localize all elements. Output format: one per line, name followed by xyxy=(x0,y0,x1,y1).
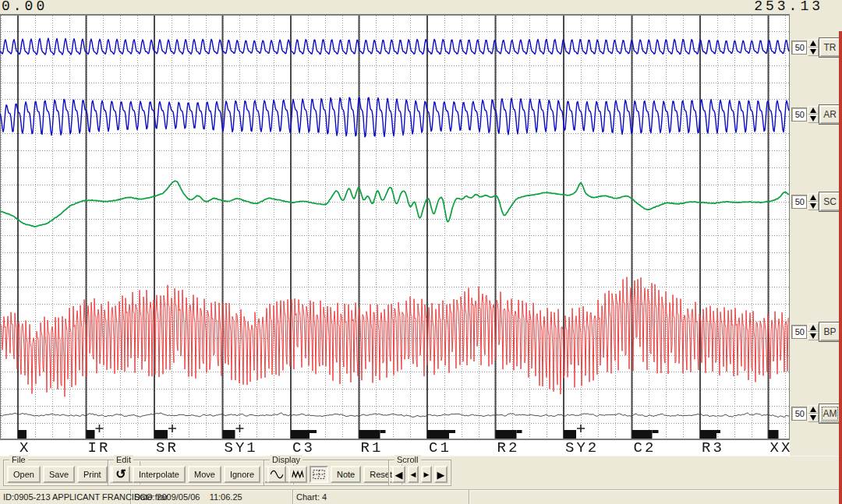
question-label-SY1: SY1 xyxy=(225,440,258,456)
gain-up-button-TR[interactable] xyxy=(808,39,819,48)
interpolate-button[interactable]: Interpolate xyxy=(133,466,186,483)
fast-right-icon: ▶ xyxy=(437,470,445,480)
channel-control-BP: 50BP xyxy=(791,321,840,343)
gain-up-button-BP[interactable] xyxy=(808,323,819,332)
question-label-C1: C1 xyxy=(429,440,451,456)
question-label-IR: IR xyxy=(88,440,111,456)
chart-canvas[interactable] xyxy=(0,14,790,440)
gain-value-AM[interactable]: 50 xyxy=(791,407,807,421)
gain-spinner-BP xyxy=(808,323,819,340)
gain-up-button-SC[interactable] xyxy=(808,193,819,202)
fast-left-icon: ◀ xyxy=(395,470,403,480)
question-label-R3: R3 xyxy=(702,440,724,456)
spin-up-icon xyxy=(810,325,816,330)
question-label-XX: XX xyxy=(770,440,793,456)
gain-value-SC[interactable]: 50 xyxy=(791,195,807,209)
gain-down-button-BP[interactable] xyxy=(808,332,819,340)
question-label-R1: R1 xyxy=(361,440,384,456)
step-right-icon: ▶ xyxy=(424,471,430,478)
status-subject-panel: ID:0905-213 APPLICANT FRANCISCO frar xyxy=(0,490,131,504)
ignore-button[interactable]: Ignore xyxy=(224,466,260,483)
chart-start-time: 0.00 xyxy=(2,0,48,14)
step-left-icon: ◀ xyxy=(411,471,416,478)
spin-up-icon xyxy=(810,195,816,200)
spin-up-icon xyxy=(810,107,816,113)
question-label-R2: R2 xyxy=(497,440,520,456)
scroll-step-right-button[interactable]: ▶ xyxy=(421,466,432,483)
status-date-panel: Date: 2009/05/06 11:06.25 xyxy=(131,490,293,504)
time-ruler: 0.00 253.13 xyxy=(0,0,842,14)
channel-button-TR[interactable]: TR xyxy=(819,38,840,57)
scroll-fast-right-button[interactable]: ▶ xyxy=(434,466,448,483)
single-wave-view-button[interactable] xyxy=(267,466,286,483)
gain-down-button-AM[interactable] xyxy=(808,414,819,422)
question-label-SY2: SY2 xyxy=(565,440,599,456)
spin-down-icon xyxy=(810,333,816,339)
question-label-C2: C2 xyxy=(634,440,656,456)
file-group-label: File xyxy=(9,455,28,464)
channel-control-panel: 50TR50AR50SC50BP50AM xyxy=(790,14,842,456)
scroll-step-left-button[interactable]: ◀ xyxy=(408,466,419,483)
edit-group-label: Edit xyxy=(114,455,133,464)
gain-spinner-AM xyxy=(808,405,819,422)
spin-down-icon xyxy=(810,49,816,55)
window-edge-bar xyxy=(839,31,842,504)
gain-down-button-TR[interactable] xyxy=(808,48,819,56)
gain-up-button-AR[interactable] xyxy=(808,106,819,115)
print-button[interactable]: Print xyxy=(77,466,108,483)
gain-spinner-AR xyxy=(808,106,819,123)
open-button[interactable]: Open xyxy=(7,466,41,483)
channel-button-AM[interactable]: AM xyxy=(819,404,840,423)
save-button[interactable]: Save xyxy=(43,466,75,483)
gain-spinner-TR xyxy=(808,39,819,56)
channel-control-TR: 50TR xyxy=(791,37,840,58)
status-chart-panel: Chart: 4 xyxy=(293,490,469,504)
spin-down-icon xyxy=(810,415,816,421)
compressed-wave-view-button[interactable] xyxy=(288,466,307,483)
date-time-text: Date: 2009/05/06 11:06.25 xyxy=(134,492,242,502)
undo-arrow-icon: ↺ xyxy=(115,469,126,480)
compressed-wave-icon xyxy=(292,470,304,479)
gain-spinner-SC xyxy=(808,193,819,210)
toolbar: File Open Save Print Exit Edit ↺ Interpo… xyxy=(0,456,842,489)
channel-control-AM: 50AM xyxy=(791,403,840,425)
display-group-label: Display xyxy=(270,455,302,464)
channel-button-AR[interactable]: AR xyxy=(819,105,840,124)
undo-button[interactable]: ↺ xyxy=(111,466,130,483)
scroll-group-label: Scroll xyxy=(394,455,421,464)
chart-number-text: Chart: 4 xyxy=(296,492,327,502)
scroll-fast-left-button[interactable]: ◀ xyxy=(392,466,405,483)
gain-up-button-AM[interactable] xyxy=(808,405,819,414)
channel-control-SC: 50SC xyxy=(791,191,840,213)
spin-up-icon xyxy=(810,41,816,46)
gain-down-button-AR[interactable] xyxy=(808,115,819,123)
question-label-strip: XIRSRSY1C3R1C1R2SY2C2R3XX xyxy=(0,440,790,456)
scroll-group: Scroll ◀ ◀ ▶ ▶ xyxy=(388,460,451,486)
status-empty-panel xyxy=(469,490,842,504)
gain-down-button-SC[interactable] xyxy=(808,202,819,210)
grid-view-button[interactable] xyxy=(310,466,328,483)
move-button[interactable]: Move xyxy=(188,466,221,483)
question-label-SR: SR xyxy=(156,440,179,456)
note-button[interactable]: Note xyxy=(331,466,361,483)
channel-button-BP[interactable]: BP xyxy=(819,322,840,341)
chart-end-time: 253.13 xyxy=(754,0,823,14)
gain-value-AR[interactable]: 50 xyxy=(791,107,807,122)
channel-button-SC[interactable]: SC xyxy=(819,192,840,211)
sine-wave-icon xyxy=(271,470,283,479)
question-label-C3: C3 xyxy=(292,440,315,456)
display-group: Display Note Reset xyxy=(264,460,402,486)
grid-icon xyxy=(313,469,325,480)
status-bar: ID:0905-213 APPLICANT FRANCISCO frar Dat… xyxy=(0,489,842,504)
gain-value-TR[interactable]: 50 xyxy=(791,41,807,55)
gain-value-BP[interactable]: 50 xyxy=(791,325,807,339)
channel-control-AR: 50AR xyxy=(791,104,840,125)
spin-up-icon xyxy=(810,407,816,412)
question-label-X: X xyxy=(19,440,30,456)
spin-down-icon xyxy=(810,116,816,122)
spin-down-icon xyxy=(810,203,816,209)
